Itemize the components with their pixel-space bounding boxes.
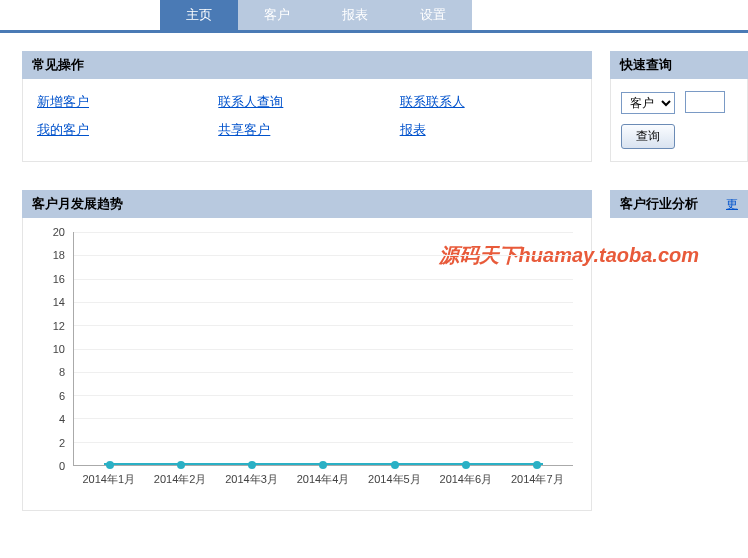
data-point [462, 461, 470, 469]
x-label: 2014年4月 [287, 472, 358, 492]
top-nav: 主页 客户 报表 设置 [0, 0, 748, 33]
link-contact-query[interactable]: 联系人查询 [218, 93, 399, 111]
y-tick: 10 [53, 343, 65, 355]
query-type-select[interactable]: 客户 [621, 92, 675, 114]
trend-chart-panel: 源码天下huamay.taoba.com 02468101214161820 2… [22, 218, 592, 511]
query-button[interactable]: 查询 [621, 124, 675, 149]
industry-more-link[interactable]: 更 [726, 196, 738, 213]
link-new-customer[interactable]: 新增客户 [37, 93, 218, 111]
quick-query-title: 快速查询 [610, 51, 748, 79]
y-tick: 18 [53, 249, 65, 261]
data-point [248, 461, 256, 469]
y-tick: 12 [53, 320, 65, 332]
x-label: 2014年6月 [430, 472, 501, 492]
common-ops-panel: 新增客户 联系人查询 联系联系人 我的客户 共享客户 报表 [22, 79, 592, 162]
link-contact-contact[interactable]: 联系联系人 [400, 93, 581, 111]
tab-settings[interactable]: 设置 [394, 0, 472, 30]
trend-chart: 源码天下huamay.taoba.com 02468101214161820 2… [43, 232, 579, 492]
y-tick: 4 [59, 413, 65, 425]
y-tick: 2 [59, 437, 65, 449]
quick-query-panel: 客户 查询 [610, 79, 748, 162]
y-tick: 8 [59, 366, 65, 378]
y-tick: 6 [59, 390, 65, 402]
data-point [533, 461, 541, 469]
tab-home[interactable]: 主页 [160, 0, 238, 30]
y-tick: 20 [53, 226, 65, 238]
y-tick: 16 [53, 273, 65, 285]
data-point [177, 461, 185, 469]
data-point [106, 461, 114, 469]
common-ops-title: 常见操作 [22, 51, 592, 79]
y-tick: 0 [59, 460, 65, 472]
trend-title: 客户月发展趋势 [22, 190, 592, 218]
tab-customer[interactable]: 客户 [238, 0, 316, 30]
x-label: 2014年2月 [144, 472, 215, 492]
link-share-customer[interactable]: 共享客户 [218, 121, 399, 139]
y-tick: 14 [53, 296, 65, 308]
x-label: 2014年1月 [73, 472, 144, 492]
tab-report[interactable]: 报表 [316, 0, 394, 30]
industry-title: 客户行业分析 [620, 195, 698, 213]
industry-title-bar: 客户行业分析 更 [610, 190, 748, 218]
link-report[interactable]: 报表 [400, 121, 581, 139]
x-label: 2014年5月 [359, 472, 430, 492]
x-label: 2014年3月 [216, 472, 287, 492]
query-input[interactable] [685, 91, 725, 113]
data-point [319, 461, 327, 469]
x-label: 2014年7月 [502, 472, 573, 492]
data-point [391, 461, 399, 469]
link-my-customer[interactable]: 我的客户 [37, 121, 218, 139]
